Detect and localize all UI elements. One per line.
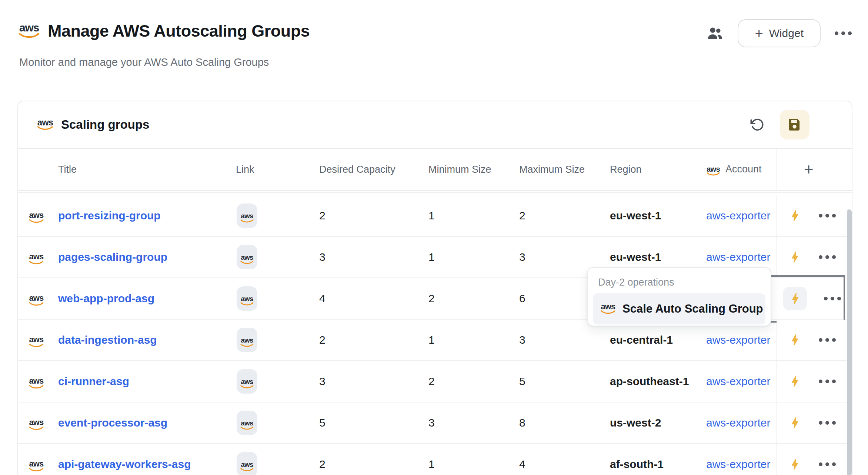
plus-icon: + [755, 26, 763, 40]
link-cell: aws [236, 369, 319, 394]
row-leading-icon-cell: aws [29, 415, 58, 430]
row-more-button[interactable] [824, 297, 841, 300]
minimum-size-value: 1 [428, 251, 519, 263]
table-row: aws event-processor-asg aws 5 3 8 us-wes… [18, 402, 852, 444]
row-actions [777, 402, 852, 443]
row-more-button[interactable] [819, 421, 836, 425]
aws-link-badge[interactable]: aws [237, 328, 257, 352]
account-cell: aws-exporter [706, 417, 777, 429]
quick-action-lightning-button[interactable] [788, 250, 802, 264]
aws-icon: aws [29, 291, 44, 306]
account-link[interactable]: aws-exporter [706, 417, 770, 429]
page-header-actions: + Widget [707, 19, 852, 47]
account-cell: aws-exporter [706, 334, 777, 346]
desired-capacity-value: 5 [319, 417, 428, 429]
title-cell: api-gateway-workers-asg [58, 458, 236, 471]
card-actions [750, 110, 809, 139]
col-desired-capacity[interactable]: Desired Capacity [319, 164, 428, 175]
minimum-size-value: 1 [428, 209, 519, 222]
account-link[interactable]: aws-exporter [706, 458, 770, 470]
row-actions [777, 195, 852, 236]
row-more-button[interactable] [819, 338, 836, 342]
aws-icon: aws [240, 291, 254, 306]
quick-action-lightning-button[interactable] [788, 374, 802, 388]
aws-link-badge[interactable]: aws [237, 452, 257, 475]
page: aws Manage AWS Autoscaling Groups Monito… [0, 0, 868, 475]
title-cell: data-ingestion-asg [58, 334, 236, 346]
group-title-link[interactable]: web-app-prod-asg [58, 292, 154, 304]
aws-icon: aws [29, 415, 44, 430]
link-cell: aws [236, 286, 319, 311]
aws-link-badge[interactable]: aws [237, 286, 257, 311]
table-body: aws port-resizing-group aws 2 1 2 eu-wes… [18, 195, 852, 475]
row-actions [777, 361, 852, 402]
table-row: aws ci-runner-asg aws 3 2 5 ap-southeast… [18, 361, 852, 402]
maximum-size-value: 3 [519, 334, 610, 346]
aws-icon: aws [29, 208, 44, 223]
col-minimum-size[interactable]: Minimum Size [428, 164, 519, 175]
group-title-link[interactable]: port-resizing-group [58, 209, 161, 222]
maximum-size-value: 4 [519, 458, 610, 471]
people-icon[interactable] [707, 25, 724, 42]
quick-action-lightning-button[interactable] [783, 287, 807, 310]
menu-item-scale-auto-scaling-group[interactable]: aws Scale Auto Scaling Group [593, 293, 765, 324]
col-maximum-size[interactable]: Maximum Size [519, 164, 610, 175]
account-link[interactable]: aws-exporter [706, 209, 770, 222]
aws-link-badge[interactable]: aws [237, 203, 257, 228]
aws-link-badge[interactable]: aws [237, 245, 257, 269]
undo-icon[interactable] [750, 118, 764, 132]
row-actions [777, 237, 852, 277]
group-title-link[interactable]: event-processor-asg [58, 417, 167, 429]
col-region[interactable]: Region [610, 164, 706, 175]
col-account[interactable]: aws Account [706, 163, 777, 176]
row-more-button[interactable] [819, 462, 836, 466]
quick-action-lightning-button[interactable] [788, 457, 802, 471]
region-value: eu-west-1 [610, 209, 706, 222]
add-widget-button[interactable]: + Widget [738, 19, 821, 47]
account-link[interactable]: aws-exporter [706, 251, 770, 263]
account-link[interactable]: aws-exporter [706, 334, 770, 346]
col-title[interactable]: Title [58, 164, 236, 175]
row-more-button[interactable] [819, 380, 836, 383]
group-title-link[interactable]: api-gateway-workers-asg [58, 458, 191, 470]
account-cell: aws-exporter [706, 458, 777, 471]
add-column-button[interactable]: + [804, 161, 814, 178]
col-link[interactable]: Link [236, 164, 319, 175]
title-cell: event-processor-asg [58, 417, 236, 429]
aws-link-badge[interactable]: aws [237, 369, 257, 394]
popup-section-label: Day-2 operations [598, 277, 771, 288]
account-link[interactable]: aws-exporter [706, 375, 770, 387]
maximum-size-value: 2 [519, 209, 610, 222]
quick-action-lightning-button[interactable] [788, 333, 802, 347]
card-title: Scaling groups [61, 118, 149, 132]
scroll-edge-line [18, 192, 852, 193]
desired-capacity-value: 2 [319, 458, 428, 471]
account-cell: aws-exporter [706, 209, 777, 222]
page-subtitle: Monitor and manage your AWS Auto Scaling… [19, 56, 269, 68]
desired-capacity-value: 2 [319, 209, 428, 222]
row-leading-icon-cell: aws [29, 374, 58, 389]
title-cell: port-resizing-group [58, 209, 236, 222]
aws-icon: aws [37, 119, 54, 131]
region-value: us-west-2 [610, 417, 706, 429]
widget-button-label: Widget [769, 27, 804, 40]
row-more-button[interactable] [819, 255, 836, 259]
group-title-link[interactable]: pages-scaling-group [58, 251, 167, 263]
quick-action-lightning-button[interactable] [788, 416, 802, 430]
quick-action-lightning-button[interactable] [788, 209, 802, 223]
title-cell: ci-runner-asg [58, 375, 236, 388]
table-scrollbar[interactable] [847, 209, 852, 475]
save-button[interactable] [780, 110, 809, 139]
aws-icon: aws [240, 415, 254, 430]
row-more-button[interactable] [819, 214, 836, 218]
aws-link-badge[interactable]: aws [237, 411, 257, 435]
page-header: aws Manage AWS Autoscaling Groups [19, 21, 310, 41]
desired-capacity-value: 3 [319, 375, 428, 388]
group-title-link[interactable]: ci-runner-asg [58, 375, 129, 387]
aws-icon: aws [240, 250, 254, 265]
maximum-size-value: 8 [519, 417, 610, 429]
group-title-link[interactable]: data-ingestion-asg [58, 334, 157, 346]
page-more-button[interactable] [835, 31, 852, 35]
region-value: af-south-1 [610, 458, 706, 471]
table-row: aws port-resizing-group aws 2 1 2 eu-wes… [18, 195, 852, 237]
